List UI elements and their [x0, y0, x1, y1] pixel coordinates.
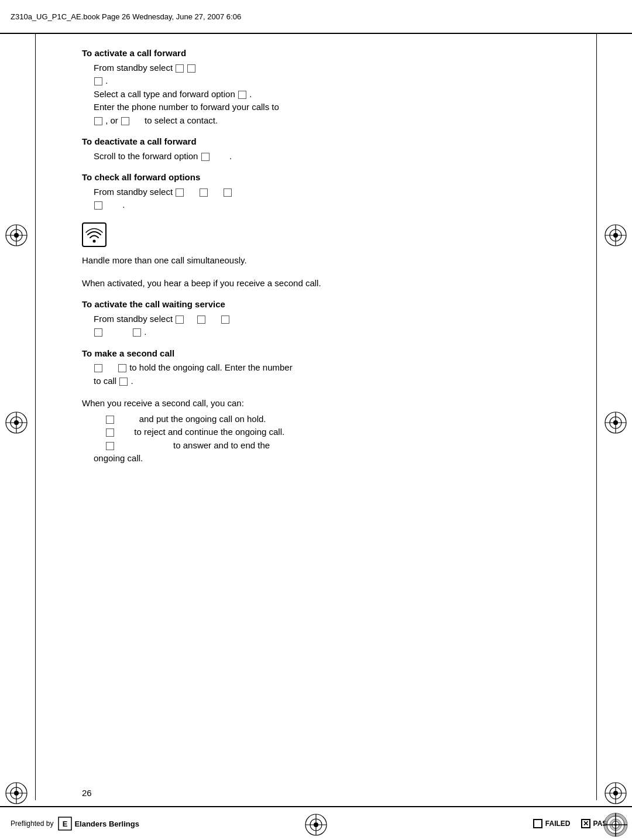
activate-line4: Enter the phone number to forward your c… — [94, 101, 550, 114]
failed-label: FAILED — [545, 820, 571, 828]
call-waiting-title: To activate the call waiting service — [82, 298, 550, 311]
receive-bullet3: to answer and to end the — [105, 439, 550, 452]
handle-calls-text: Handle more than one call simultaneously… — [82, 254, 550, 268]
reg-mark-br — [603, 780, 628, 806]
deactivate-line1: Scroll to the forward option . — [94, 150, 550, 163]
icon-menu1 — [176, 64, 184, 73]
section-activate-forward: To activate a call forward From standby … — [82, 47, 550, 127]
reg-mark-mr2 — [603, 410, 628, 436]
section-deactivate-title: To deactivate a call forward — [82, 135, 550, 149]
receive-bullet2: to reject and continue the ongoing call. — [105, 426, 550, 439]
section-deactivate-forward: To deactivate a call forward Scroll to t… — [82, 135, 550, 163]
receive-second-intro: When you receive a second call, you can: — [82, 397, 550, 410]
icon-chk3 — [224, 188, 232, 197]
reg-mark-footer-center — [303, 812, 329, 838]
icon-rb3 — [106, 442, 114, 450]
icon-fwd-opt — [201, 153, 209, 161]
second-call-title: To make a second call — [82, 347, 550, 361]
call-waiting-icon — [82, 222, 107, 247]
failed-check: FAILED — [533, 819, 571, 828]
svg-point-51 — [93, 239, 96, 242]
icon-num — [94, 117, 102, 125]
check-line2: . — [94, 198, 550, 212]
icon-chk4 — [94, 201, 102, 210]
brand-name: Elanders Berlings — [74, 820, 139, 828]
when-activated-text: When activated, you hear a beep if you r… — [82, 277, 550, 290]
second-call-line1: to hold the ongoing call. Enter the numb… — [94, 361, 550, 375]
receive-bullet3-cont: ongoing call. — [94, 452, 550, 465]
reg-mark-ml — [4, 222, 29, 248]
icon-cw3 — [221, 316, 229, 324]
footer: Preflighted by E Elanders Berlings FAILE… — [0, 806, 632, 840]
check-line1: From standby select — [94, 186, 550, 199]
failed-checkbox — [533, 819, 542, 828]
call-waiting-line1: From standby select — [94, 313, 550, 326]
section-activate-forward-title: To activate a call forward — [82, 47, 550, 60]
svg-text:E: E — [63, 820, 68, 828]
icon-section-wifi: Handle more than one call simultaneously… — [82, 222, 550, 268]
icon-menu3 — [94, 77, 102, 85]
activate-line5: , or to select a contact. — [94, 114, 550, 128]
main-content: To activate a call forward From standby … — [82, 47, 550, 787]
icon-sc1 — [94, 364, 102, 372]
activate-line2: . — [94, 74, 550, 88]
icon-chk1 — [176, 188, 184, 197]
border-left — [35, 34, 36, 800]
section-check-forward: To check all forward options From standb… — [82, 171, 550, 212]
passed-checkbox: ✕ — [581, 819, 590, 828]
section-when-activated: When activated, you hear a beep if you r… — [82, 277, 550, 290]
header-text: Z310a_UG_P1C_AE.book Page 26 Wednesday, … — [11, 12, 241, 21]
icon-sc3 — [119, 378, 128, 386]
reg-mark-bl — [4, 780, 29, 806]
icon-cw2 — [197, 316, 205, 324]
page-number: 26 — [82, 788, 92, 798]
icon-cw4 — [94, 328, 102, 337]
section-second-call: To make a second call to hold the ongoin… — [82, 347, 550, 388]
icon-menu2 — [187, 64, 195, 73]
reg-mark-ml2 — [4, 410, 29, 436]
icon-rb1 — [106, 416, 114, 424]
reg-mark-footer-br — [603, 812, 628, 838]
svg-rect-50 — [83, 223, 106, 246]
icon-sc2 — [118, 364, 126, 372]
elanders-logo-icon: E — [58, 817, 72, 831]
section-check-forward-title: To check all forward options — [82, 171, 550, 184]
icon-cw5 — [133, 328, 141, 337]
icon-chk2 — [200, 188, 208, 197]
wifi-icon-container — [82, 222, 550, 251]
activate-line1: From standby select — [94, 61, 550, 75]
icon-contact — [121, 117, 129, 125]
section-receive-second: When you receive a second call, you can:… — [82, 397, 550, 465]
reg-mark-mr — [603, 222, 628, 248]
icon-select — [238, 91, 246, 99]
header: Z310a_UG_P1C_AE.book Page 26 Wednesday, … — [0, 0, 632, 34]
passed-checkmark: ✕ — [583, 820, 589, 828]
call-waiting-line2: . — [94, 325, 550, 339]
section-call-waiting: To activate the call waiting service Fro… — [82, 298, 550, 339]
icon-cw1 — [176, 316, 184, 324]
receive-bullet1: and put the ongoing call on hold. — [105, 413, 550, 426]
icon-rb2 — [106, 428, 114, 437]
preflighted-label: Preflighted by — [11, 820, 53, 828]
second-call-line2: to call . — [94, 375, 550, 388]
elanders-logo: E Elanders Berlings — [58, 817, 139, 831]
border-right — [596, 34, 597, 800]
activate-line3: Select a call type and forward option . — [94, 88, 550, 101]
